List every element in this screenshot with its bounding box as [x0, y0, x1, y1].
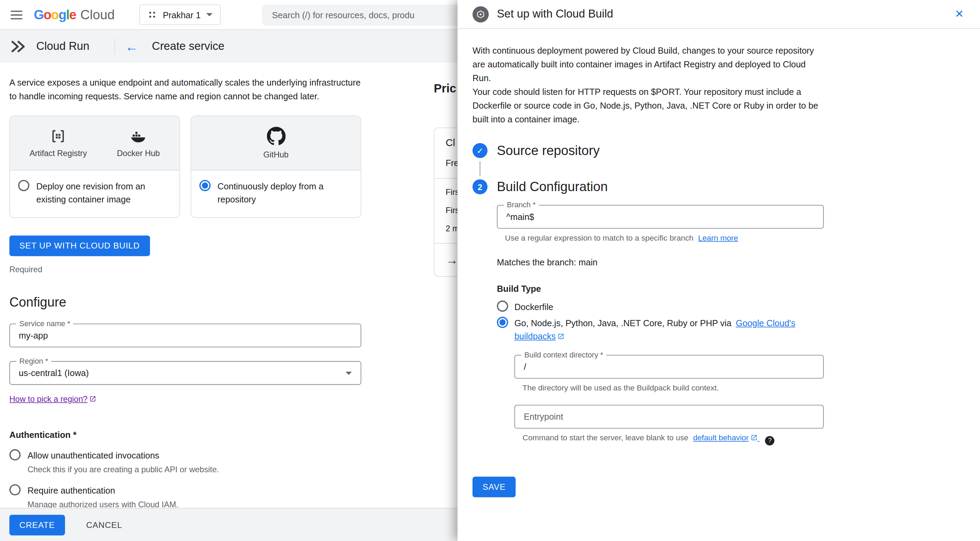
docker-hub-icon — [130, 128, 147, 144]
radio-unselected-icon[interactable] — [18, 180, 30, 191]
step2-title: Build Configuration — [497, 179, 608, 195]
entrypoint-helper-text: Command to start the server, leave blank… — [523, 433, 689, 442]
build-type-dockerfile-option[interactable]: Dockerfile — [497, 300, 824, 314]
close-icon: ✕ — [955, 8, 964, 20]
auth-option-desc: Check this if you are creating a public … — [27, 464, 219, 475]
panel-title: Set up with Cloud Build — [497, 8, 613, 21]
build-type-buildpacks-option[interactable]: Go, Node.js, Python, Java, .NET Core, Ru… — [497, 317, 824, 343]
default-behavior-link-text: default behavior — [693, 433, 749, 442]
region-select[interactable]: Region * us-central1 (Iowa) — [9, 361, 361, 385]
save-button[interactable]: SAVE — [473, 476, 515, 497]
back-button[interactable]: ← — [125, 40, 138, 52]
page-title: Create service — [152, 40, 224, 52]
step-source-repository[interactable]: ✓ Source repository — [473, 143, 965, 158]
region-help-link[interactable]: How to pick a region? — [9, 394, 96, 403]
service-name-field[interactable]: Service name * — [9, 324, 361, 347]
create-button[interactable]: CREATE — [9, 514, 65, 535]
build-context-input[interactable] — [524, 362, 814, 371]
panel-body: With continuous deployment powered by Cl… — [457, 29, 980, 541]
buildpacks-sub-form: Build context directory * The directory … — [514, 355, 824, 445]
source-cards: Artifact Registry D — [9, 116, 361, 218]
region-value: us-central1 (Iowa) — [19, 368, 346, 378]
auth-option-require[interactable]: Require authentication Manage authorized… — [9, 484, 361, 510]
artifact-registry-source: Artifact Registry — [30, 128, 87, 158]
help-icon[interactable]: ? — [765, 436, 774, 445]
radio-unselected-icon[interactable] — [9, 449, 21, 460]
intro-text: A service exposes a unique endpoint and … — [9, 76, 361, 103]
radio-selected-icon[interactable] — [199, 180, 211, 191]
branch-helper-text: Use a regular expression to match to a s… — [505, 234, 694, 242]
google-cloud-logo[interactable]: Google Cloud — [34, 7, 115, 22]
default-behavior-link[interactable]: default behavior — [693, 433, 760, 442]
container-image-card: Artifact Registry D — [9, 116, 180, 218]
entrypoint-field[interactable] — [514, 405, 824, 428]
service-name-input[interactable] — [19, 331, 352, 341]
screen: Google Cloud Prakhar 1 Cloud Ru — [0, 0, 980, 541]
source-label: Docker Hub — [117, 149, 160, 158]
build-context-field[interactable]: Build context directory * — [514, 355, 824, 378]
step-build-configuration[interactable]: 2 Build Configuration — [473, 179, 965, 195]
setup-cloud-build-button[interactable]: SET UP WITH CLOUD BUILD — [9, 235, 150, 256]
logo-letter: o — [51, 7, 59, 22]
radio-selected-icon[interactable] — [497, 317, 508, 328]
cloud-build-icon — [473, 6, 488, 22]
continuous-deploy-option[interactable]: Continuously deploy from a repository — [191, 170, 361, 217]
repository-sources: GitHub — [191, 116, 361, 170]
radio-unselected-icon[interactable] — [497, 300, 508, 312]
menu-icon[interactable] — [11, 10, 23, 19]
branch-input[interactable] — [506, 212, 814, 222]
logo-letter: G — [34, 7, 43, 22]
configure-heading: Configure — [9, 295, 361, 310]
external-link-icon — [751, 434, 757, 441]
source-label: GitHub — [263, 150, 289, 159]
buildpacks-option-label: Go, Node.js, Python, Java, .NET Core, Ru… — [514, 317, 797, 343]
step1-complete-circle: ✓ — [473, 143, 488, 158]
branch-label: Branch * — [504, 201, 539, 209]
auth-option-label: Allow unauthenticated invocations — [27, 449, 219, 462]
step1-title: Source repository — [497, 143, 600, 158]
build-configuration-form: Branch * Use a regular expression to mat… — [497, 205, 824, 445]
close-button[interactable]: ✕ — [955, 9, 964, 19]
logo-letter: g — [59, 7, 66, 22]
logo-letter: o — [43, 7, 51, 22]
container-sources: Artifact Registry D — [10, 116, 180, 170]
branch-helper: Use a regular expression to match to a s… — [505, 233, 824, 243]
panel-paragraph: With continuous deployment powered by Cl… — [473, 44, 826, 85]
chevron-down-icon — [206, 13, 213, 16]
build-context-label: Build context directory * — [521, 351, 606, 359]
radio-unselected-icon[interactable] — [9, 484, 21, 496]
deploy-revision-option[interactable]: Deploy one revision from an existing con… — [10, 170, 180, 217]
region-help-link-text: How to pick a region? — [9, 394, 88, 403]
artifact-registry-icon — [50, 128, 66, 144]
external-link-icon — [558, 333, 565, 340]
check-icon: ✓ — [477, 146, 484, 155]
step2-number: 2 — [477, 182, 482, 192]
docker-hub-source: Docker Hub — [117, 128, 160, 158]
auth-option-label: Require authentication — [27, 484, 178, 497]
auth-option-unauthenticated[interactable]: Allow unauthenticated invocations Check … — [9, 449, 361, 475]
logo-letter: l — [66, 7, 69, 22]
help-glyph: ? — [768, 435, 772, 446]
repository-card: GitHub Continuously deploy from a reposi… — [191, 116, 361, 218]
cloud-build-panel: Set up with Cloud Build ✕ With continuou… — [457, 0, 980, 541]
authentication-heading: Authentication * — [9, 430, 361, 440]
github-icon — [266, 127, 285, 146]
product-title: Cloud Run — [36, 40, 89, 52]
service-name-label: Service name * — [16, 320, 73, 328]
build-context-helper: The directory will be used as the Buildp… — [523, 383, 824, 393]
cancel-button[interactable]: CANCEL — [86, 520, 122, 529]
entrypoint-input[interactable] — [524, 412, 814, 422]
step2-circle: 2 — [473, 179, 488, 195]
branch-field[interactable]: Branch * — [497, 205, 824, 228]
logo-letter: e — [69, 7, 76, 22]
project-selector[interactable]: Prakhar 1 — [140, 5, 221, 25]
region-label: Region * — [16, 357, 51, 365]
header-divider — [115, 38, 115, 54]
learn-more-link[interactable]: Learn more — [698, 234, 738, 242]
buildpacks-option-prefix: Go, Node.js, Python, Java, .NET Core, Ru… — [514, 318, 732, 328]
create-service-form: A service exposes a unique endpoint and … — [9, 76, 361, 510]
radio-option-label: Deploy one revision from an existing con… — [36, 180, 171, 206]
source-label: Artifact Registry — [30, 149, 87, 158]
logo-cloud-word: Cloud — [81, 7, 115, 22]
project-name: Prakhar 1 — [163, 10, 200, 20]
